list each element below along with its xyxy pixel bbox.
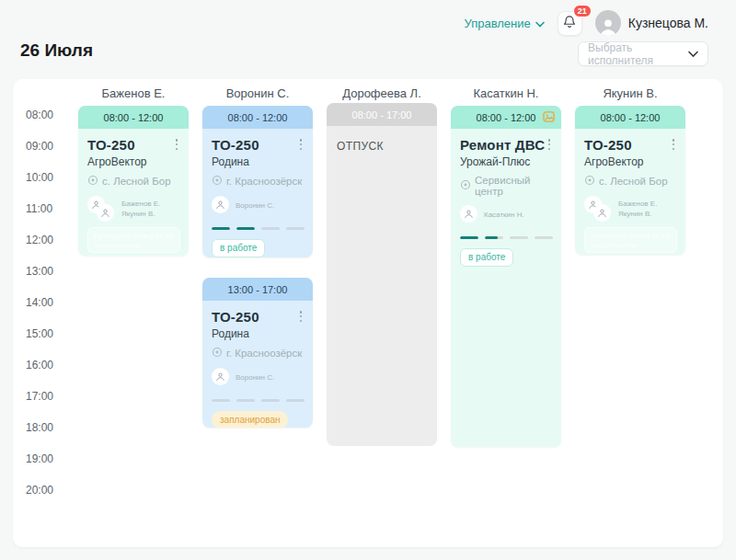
column-header-yakunin: Якунин В.	[575, 86, 685, 100]
task-card[interactable]: 08:00 - 12:00 ТО-250 Родина г. Красноозё…	[202, 106, 313, 257]
progress-segment	[212, 227, 230, 230]
progress-segment	[286, 399, 305, 402]
chevron-down-icon	[535, 17, 545, 30]
card-menu-icon[interactable]	[295, 310, 306, 323]
person-icon	[212, 368, 229, 385]
card-menu-icon[interactable]	[295, 138, 306, 151]
card-time-range: 08:00 - 17:00	[327, 103, 437, 126]
chevron-down-icon	[688, 48, 698, 61]
card-location: с. Лесной Бор	[599, 176, 668, 187]
assignee-name: Воронин С.	[236, 372, 274, 383]
card-client: АгроВектор	[584, 155, 677, 168]
progress-segment	[510, 236, 528, 239]
card-time-range: 08:00 - 12:00	[451, 106, 561, 129]
card-body: Ремонт ДВС Урожай-Плюс Сервисный центр К…	[451, 129, 561, 274]
task-note: Проверить помпу (1-10 шт.) и прочее	[87, 227, 180, 253]
card-time-text: 08:00 - 12:00	[477, 112, 536, 123]
page-title: 26 Июля	[20, 40, 93, 61]
notifications: 21	[558, 11, 582, 36]
column-header-bazhenov: Баженов Е.	[78, 86, 189, 100]
card-location: Сервисный центр	[475, 175, 553, 197]
progress-segment	[261, 227, 280, 230]
management-menu[interactable]: Управление	[464, 17, 544, 30]
card-body: ТО-250 АгроВектор с. Лесной Бор Баженов …	[78, 129, 189, 256]
assignees: Воронин С.	[212, 368, 305, 394]
card-title: ТО-250	[87, 137, 180, 153]
person-icon	[460, 205, 477, 223]
progress-bar	[212, 227, 305, 230]
progress-segment	[286, 227, 305, 230]
column-header-voronin: Воронин С.	[202, 86, 313, 100]
user-avatar	[595, 10, 621, 36]
assignees: Касаткин Н.	[460, 205, 553, 231]
card-menu-icon[interactable]	[668, 138, 679, 151]
location-pin-icon	[87, 175, 98, 188]
card-client: Урожай-Плюс	[460, 155, 553, 168]
hour-label: 19:00	[26, 452, 53, 465]
executor-select[interactable]: Выбрать исполнителя	[578, 41, 708, 66]
status-badge: запланирован	[212, 411, 288, 428]
hour-label: 17:00	[26, 390, 53, 403]
scheduler-page: Управление 21 Кузнецова М. 26 Июля Выбра…	[0, 0, 736, 560]
card-body: ТО-250 Родина г. Красноозёрск Воронин С.…	[202, 129, 313, 257]
hour-label: 11:00	[26, 202, 52, 215]
task-card[interactable]: 08:00 - 12:00 ТО-250 АгроВектор с. Лесно…	[78, 106, 189, 256]
card-client: АгроВектор	[87, 155, 180, 168]
card-client: Родина	[212, 155, 305, 168]
executor-select-placeholder: Выбрать исполнителя	[588, 41, 688, 67]
attachment-photo-icon	[543, 111, 555, 124]
card-client: Родина	[212, 327, 305, 340]
person-icon	[212, 196, 229, 213]
location-pin-icon	[584, 175, 595, 188]
assignees: Баженов Е. Якунин В.	[87, 196, 180, 222]
assignee-avatars	[87, 196, 115, 222]
card-time-range: 08:00 - 12:00	[202, 106, 313, 129]
management-menu-label: Управление	[464, 17, 530, 30]
assignee-name: Баженов Е.	[121, 199, 160, 209]
person-icon	[97, 204, 114, 222]
hour-label: 20:00	[26, 484, 53, 497]
card-menu-icon[interactable]	[171, 138, 182, 151]
assignee-name: Воронин С.	[236, 200, 274, 211]
card-location: г. Красноозёрск	[226, 176, 302, 187]
topbar: Управление 21 Кузнецова М.	[464, 9, 708, 37]
hour-label: 10:00	[26, 171, 53, 184]
hour-label: 08:00	[26, 109, 53, 121]
hour-label: 12:00	[26, 234, 53, 246]
assignee-avatars	[584, 196, 612, 222]
card-title: Ремонт ДВС	[460, 137, 553, 153]
bell-icon	[563, 15, 576, 32]
card-body: ТО-250 Родина г. Красноозёрск Воронин С.…	[202, 301, 313, 428]
progress-bar	[212, 399, 305, 402]
status-badge: в работе	[212, 239, 265, 257]
progress-segment	[236, 399, 255, 402]
location-pin-icon	[212, 175, 223, 188]
status-badge: в работе	[460, 248, 513, 267]
location-pin-icon	[460, 179, 471, 192]
card-title: ТО-250	[212, 137, 305, 153]
hour-label: 13:00	[26, 265, 53, 278]
card-title: ТО-250	[584, 137, 677, 153]
progress-segment	[212, 399, 230, 402]
card-time-range: 08:00 - 12:00	[78, 106, 189, 129]
card-menu-icon[interactable]	[544, 138, 555, 151]
column-header-kasatkin: Касаткин Н.	[451, 86, 561, 100]
card-location: г. Красноозёрск	[226, 348, 302, 359]
card-time-range: 13:00 - 17:00	[202, 278, 313, 301]
progress-bar	[460, 236, 553, 239]
hour-label: 14:00	[26, 296, 53, 309]
task-card[interactable]: 13:00 - 17:00 ТО-250 Родина г. Красноозё…	[202, 278, 313, 428]
person-icon	[593, 204, 611, 222]
card-title: ТО-250	[212, 309, 305, 325]
assignees: Баженов Е. Якунин В.	[584, 196, 677, 222]
card-location: с. Лесной Бор	[102, 176, 171, 187]
card-body: ОТПУСК	[327, 126, 437, 166]
card-body: ТО-250 АгроВектор с. Лесной Бор Баженов …	[575, 129, 685, 255]
task-card[interactable]: 08:00 - 12:00 ТО-250 АгроВектор с. Лесно…	[575, 106, 685, 255]
task-card[interactable]: 08:00 - 12:00 Ремонт ДВС Урожай-Плюс Сер…	[451, 106, 561, 447]
task-note: Проверить помпу (1-10 шт.) и прочее	[584, 227, 677, 253]
assignee-name: Баженов Е.	[618, 199, 657, 209]
vacation-card[interactable]: 08:00 - 17:00 ОТПУСК	[327, 103, 437, 446]
assignee-name: Якунин В.	[121, 209, 160, 219]
user-menu[interactable]: Кузнецова М.	[595, 10, 708, 36]
